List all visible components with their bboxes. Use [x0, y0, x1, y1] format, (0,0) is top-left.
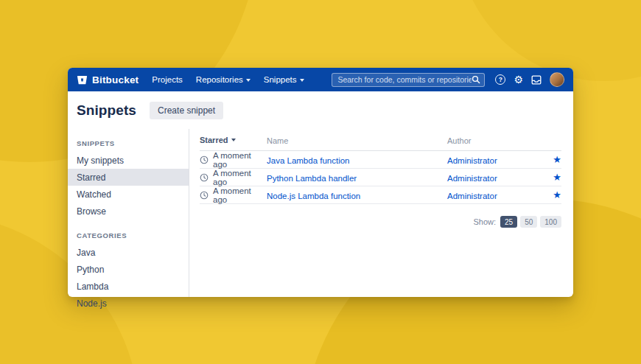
author-link[interactable]: Administrator [447, 192, 497, 200]
bitbucket-brand[interactable]: Bitbucket [77, 74, 139, 85]
page-size-100[interactable]: 100 [540, 216, 561, 228]
sidebar-heading-categories: Categories [68, 228, 189, 244]
author-link[interactable]: Administrator [447, 156, 497, 165]
chevron-down-icon [300, 79, 304, 82]
page-title: Snippets [77, 102, 136, 119]
user-avatar[interactable] [550, 72, 564, 87]
author-header: Author [447, 136, 471, 145]
help-icon[interactable]: ? [495, 74, 505, 85]
starred-header-label: Starred [200, 136, 228, 144]
chevron-down-icon [246, 79, 251, 82]
nav-snippets-label: Snippets [264, 75, 297, 84]
create-snippet-button[interactable]: Create snippet [150, 102, 223, 119]
snippet-link[interactable]: Node.js Lambda function [267, 192, 360, 200]
row-timestamp: A moment ago [213, 169, 267, 186]
nav-repositories[interactable]: Repositories [196, 75, 251, 84]
content-area: Snippets My snippets Starred Watched Bro… [68, 129, 573, 297]
inbox-icon[interactable] [531, 75, 542, 85]
sidebar-item-nodejs[interactable]: Node.js [68, 295, 189, 312]
star-icon[interactable]: ★ [553, 155, 561, 164]
sidebar-item-browse[interactable]: Browse [68, 203, 189, 220]
page-size-selector: Show: 25 50 100 [200, 216, 561, 228]
bitbucket-logo-icon [77, 74, 88, 85]
top-navbar: Bitbucket Projects Repositories Snippets… [68, 68, 573, 91]
search-box[interactable] [332, 73, 485, 87]
nav-projects[interactable]: Projects [152, 75, 183, 84]
author-link[interactable]: Administrator [447, 174, 497, 183]
sidebar-item-lambda[interactable]: Lambda [68, 278, 189, 295]
row-timestamp: A moment ago [213, 186, 267, 204]
brand-label: Bitbucket [92, 74, 139, 85]
page-size-50[interactable]: 50 [520, 216, 537, 228]
clock-icon [200, 191, 209, 200]
row-timestamp: A moment ago [213, 151, 267, 169]
primary-nav: Projects Repositories Snippets [152, 75, 304, 84]
snippets-table: Starred Name Author A moment ago Java La… [189, 129, 573, 297]
show-label: Show: [473, 217, 496, 226]
page-header: Snippets Create snippet [68, 91, 573, 129]
sidebar-item-watched[interactable]: Watched [68, 186, 189, 203]
nav-projects-label: Projects [152, 75, 183, 84]
sidebar: Snippets My snippets Starred Watched Bro… [68, 129, 189, 297]
sidebar-item-starred[interactable]: Starred [68, 169, 189, 186]
sidebar-heading-snippets: Snippets [68, 136, 189, 152]
star-icon[interactable]: ★ [553, 190, 561, 200]
search-input[interactable] [337, 75, 472, 84]
bitbucket-window: Bitbucket Projects Repositories Snippets… [68, 68, 573, 297]
navbar-icons: ? ⚙ [495, 72, 564, 87]
sidebar-item-java[interactable]: Java [68, 244, 189, 261]
table-row[interactable]: A moment ago Node.js Lambda function Adm… [200, 186, 561, 204]
snippet-link[interactable]: Python Lambda handler [267, 174, 357, 183]
sidebar-item-my-snippets[interactable]: My snippets [68, 152, 189, 169]
sort-caret-icon [231, 139, 236, 141]
page-size-25[interactable]: 25 [500, 216, 517, 228]
table-header-row: Starred Name Author [200, 129, 561, 151]
search-icon[interactable] [472, 75, 480, 84]
name-header: Name [267, 136, 288, 145]
table-row[interactable]: A moment ago Java Lambda function Admini… [200, 151, 561, 169]
table-row[interactable]: A moment ago Python Lambda handler Admin… [200, 169, 561, 186]
nav-snippets[interactable]: Snippets [264, 75, 304, 84]
nav-repositories-label: Repositories [196, 75, 243, 84]
sidebar-item-python[interactable]: Python [68, 261, 189, 278]
sort-starred-header[interactable]: Starred [200, 136, 236, 144]
clock-icon [200, 173, 209, 182]
gear-icon[interactable]: ⚙ [514, 74, 523, 85]
clock-icon [200, 155, 209, 164]
star-icon[interactable]: ★ [553, 172, 561, 182]
snippet-link[interactable]: Java Lambda function [267, 156, 350, 165]
